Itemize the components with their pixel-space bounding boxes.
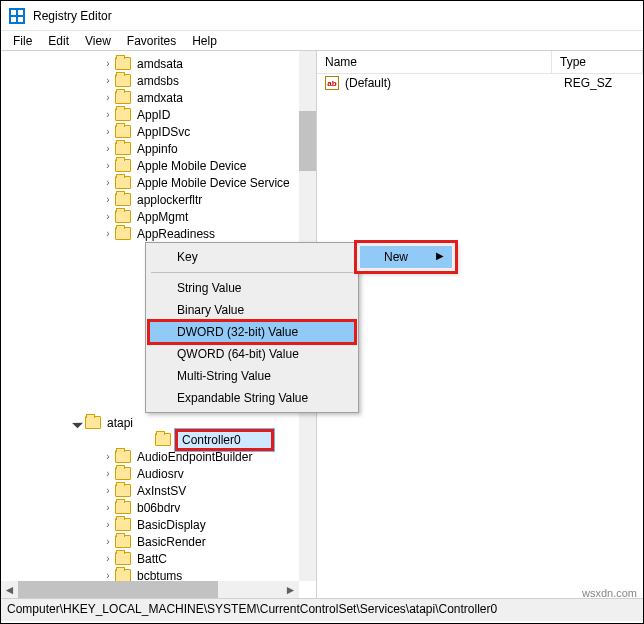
folder-icon (115, 159, 131, 172)
menu-item-binary[interactable]: Binary Value (149, 299, 355, 321)
expand-icon[interactable]: › (101, 451, 115, 462)
expand-icon[interactable]: › (101, 228, 115, 239)
expand-icon[interactable]: › (101, 126, 115, 137)
context-submenu-new: Key String Value Binary Value DWORD (32-… (145, 242, 359, 413)
submenu-arrow-icon: ▶ (436, 250, 444, 261)
tree-item[interactable]: AppID (135, 108, 172, 122)
folder-icon (115, 125, 131, 138)
tree-item[interactable]: AppReadiness (135, 227, 217, 241)
folder-icon (115, 210, 131, 223)
menu-item-expandstring[interactable]: Expandable String Value (149, 387, 355, 409)
tree-item[interactable]: amdxata (135, 91, 185, 105)
folder-icon (115, 467, 131, 480)
folder-icon (115, 108, 131, 121)
horizontal-scrollbar[interactable]: ◄ ► (1, 581, 299, 598)
menu-view[interactable]: View (77, 32, 119, 50)
tree-item-controller0[interactable]: Controller0 (175, 429, 274, 451)
column-type[interactable]: Type (552, 51, 643, 73)
scroll-right-icon[interactable]: ► (282, 581, 299, 598)
tree-item[interactable]: Apple Mobile Device (135, 159, 248, 173)
expand-icon[interactable]: › (101, 485, 115, 496)
value-type: REG_SZ (564, 76, 635, 90)
scroll-left-icon[interactable]: ◄ (1, 581, 18, 598)
folder-icon (115, 227, 131, 240)
expand-icon[interactable]: › (101, 92, 115, 103)
folder-icon (115, 91, 131, 104)
menu-item-dword[interactable]: DWORD (32-bit) Value (149, 321, 355, 343)
folder-icon (115, 176, 131, 189)
expand-icon[interactable]: › (101, 519, 115, 530)
tree-item[interactable]: amdsbs (135, 74, 181, 88)
menu-bar: File Edit View Favorites Help (1, 31, 643, 51)
tree-item-atapi[interactable]: atapi (105, 416, 135, 430)
folder-icon (115, 501, 131, 514)
tree-item[interactable]: BattC (135, 552, 169, 566)
credit-text: wsxdn.com (582, 587, 637, 599)
tree-item[interactable]: applockerfltr (135, 193, 204, 207)
tree-item[interactable]: AxInstSV (135, 484, 188, 498)
menu-item-new[interactable]: New ▶ (360, 246, 452, 268)
folder-icon (155, 433, 171, 446)
folder-icon (115, 74, 131, 87)
svg-rect-0 (11, 10, 16, 15)
svg-rect-3 (18, 17, 23, 22)
expand-icon[interactable]: › (101, 468, 115, 479)
tree-item[interactable]: amdsata (135, 57, 185, 71)
folder-icon (115, 57, 131, 70)
regedit-icon (9, 8, 25, 24)
expand-icon[interactable]: › (101, 177, 115, 188)
tree-item[interactable]: b06bdrv (135, 501, 182, 515)
tree-item[interactable]: Appinfo (135, 142, 180, 156)
expand-icon[interactable]: › (101, 194, 115, 205)
folder-icon (85, 416, 101, 429)
column-name[interactable]: Name (317, 51, 552, 73)
tree-item[interactable]: BasicRender (135, 535, 208, 549)
scrollbar-thumb[interactable] (299, 111, 316, 171)
expand-icon[interactable]: › (101, 160, 115, 171)
expand-icon[interactable]: › (101, 536, 115, 547)
menu-item-multistring[interactable]: Multi-String Value (149, 365, 355, 387)
folder-icon (115, 142, 131, 155)
menu-item-qword[interactable]: QWORD (64-bit) Value (149, 343, 355, 365)
expand-icon[interactable]: › (101, 143, 115, 154)
folder-icon (115, 535, 131, 548)
status-bar: Computer\HKEY_LOCAL_MACHINE\SYSTEM\Curre… (1, 599, 643, 621)
window-title: Registry Editor (33, 9, 112, 23)
value-row[interactable]: ab (Default) REG_SZ (317, 74, 643, 92)
context-menu: New ▶ (356, 242, 456, 272)
svg-rect-2 (11, 17, 16, 22)
tree-item[interactable]: BasicDisplay (135, 518, 208, 532)
menu-favorites[interactable]: Favorites (119, 32, 184, 50)
values-pane: Name Type ab (Default) REG_SZ (317, 51, 643, 598)
menu-edit[interactable]: Edit (40, 32, 77, 50)
menu-item-key[interactable]: Key (149, 246, 355, 268)
folder-icon (115, 193, 131, 206)
menu-help[interactable]: Help (184, 32, 225, 50)
folder-icon (115, 552, 131, 565)
svg-rect-1 (18, 10, 23, 15)
menu-item-label: New (384, 250, 408, 264)
value-name: (Default) (345, 76, 564, 90)
folder-icon (115, 450, 131, 463)
expand-icon[interactable]: › (101, 502, 115, 513)
tree-item[interactable]: AppMgmt (135, 210, 190, 224)
expand-icon[interactable]: › (101, 570, 115, 581)
folder-icon (115, 518, 131, 531)
string-value-icon: ab (325, 76, 339, 90)
menu-separator (151, 272, 353, 273)
tree-item[interactable]: AudioEndpointBuilder (135, 450, 254, 464)
expand-icon[interactable]: › (101, 553, 115, 564)
expand-icon[interactable]: › (101, 58, 115, 69)
expand-icon[interactable]: › (101, 109, 115, 120)
title-bar: Registry Editor (1, 1, 643, 31)
tree-item[interactable]: Apple Mobile Device Service (135, 176, 292, 190)
folder-icon (115, 484, 131, 497)
scrollbar-thumb[interactable] (18, 581, 218, 598)
menu-item-string[interactable]: String Value (149, 277, 355, 299)
expand-icon[interactable]: › (101, 75, 115, 86)
menu-file[interactable]: File (5, 32, 40, 50)
tree-item[interactable]: AppIDSvc (135, 125, 192, 139)
list-header: Name Type (317, 51, 643, 74)
expand-icon[interactable]: › (101, 211, 115, 222)
tree-item[interactable]: Audiosrv (135, 467, 186, 481)
